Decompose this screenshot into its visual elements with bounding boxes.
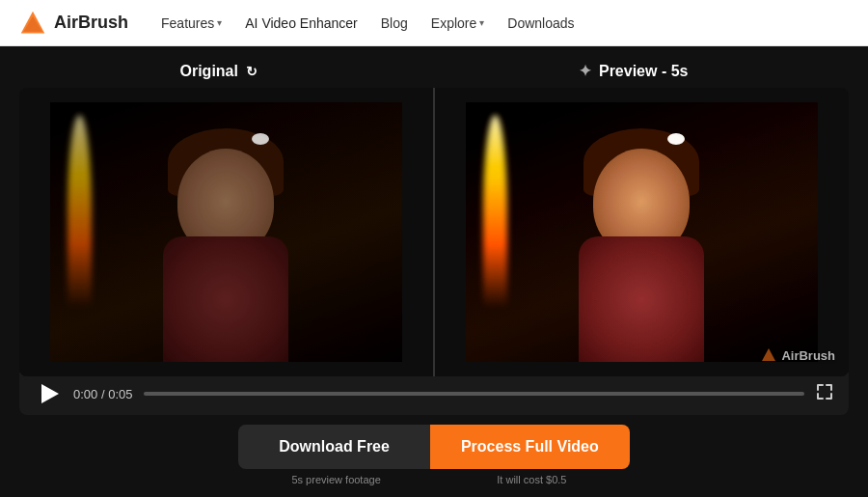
expand-icon [816,383,833,400]
download-free-button[interactable]: Download Free [238,425,430,469]
play-button[interactable] [35,380,62,407]
airbrush-logo-icon [19,10,46,37]
logo[interactable]: AirBrush [19,10,128,37]
bottom-actions: Download Free Process Full Video 5s prev… [238,425,630,485]
action-subtexts: 5s preview footage It will cost $0.5 [238,469,630,485]
process-subtext: It will cost $0.5 [434,469,630,485]
nav-item-explore[interactable]: Explore ▾ [421,10,494,37]
nav-item-downloads[interactable]: Downloads [498,10,583,37]
process-full-video-button[interactable]: Process Full Video [430,425,630,469]
expand-button[interactable] [816,383,833,404]
main-content: Original ↻ ✦ Preview - 5s [0,46,868,497]
nav-item-features[interactable]: Features ▾ [151,10,231,37]
watermark-logo-icon [761,347,776,363]
preview-panel: AirBrush [435,88,849,376]
watermark: AirBrush [761,347,835,363]
nav-links: Features ▾ AI Video Enhancer Blog Explor… [151,10,849,37]
chevron-down-icon: ▾ [479,17,484,28]
photo-frame-original [50,102,402,362]
refresh-icon[interactable]: ↻ [246,64,258,79]
logo-text: AirBrush [54,13,128,33]
action-buttons: Download Free Process Full Video [238,425,630,469]
torch-glow-original [68,115,92,308]
play-icon [41,384,59,403]
sparkle-icon: ✦ [579,62,591,80]
photo-scene-preview [435,88,849,376]
download-subtext: 5s preview footage [238,469,434,485]
original-label: Original ↻ [180,62,258,80]
video-controls: 0:00 / 0:05 [19,373,849,415]
video-panels: AirBrush [19,88,849,376]
progress-bar[interactable] [144,392,804,396]
original-panel [19,88,435,376]
navbar: AirBrush Features ▾ AI Video Enhancer Bl… [0,0,868,46]
chevron-down-icon: ▾ [217,17,222,28]
shirt-preview [579,236,704,362]
torch-glow-preview [483,115,507,308]
photo-scene-original [19,88,433,376]
bow-original [252,133,269,145]
bow-preview [667,133,685,145]
svg-marker-2 [762,348,775,361]
shirt-original [163,236,288,362]
preview-label: ✦ Preview - 5s [579,62,689,80]
time-display: 0:00 / 0:05 [73,387,132,401]
nav-item-blog[interactable]: Blog [371,10,418,37]
photo-frame-preview [466,102,818,362]
video-labels: Original ↻ ✦ Preview - 5s [19,62,849,80]
nav-item-ai-video[interactable]: AI Video Enhancer [235,10,367,37]
